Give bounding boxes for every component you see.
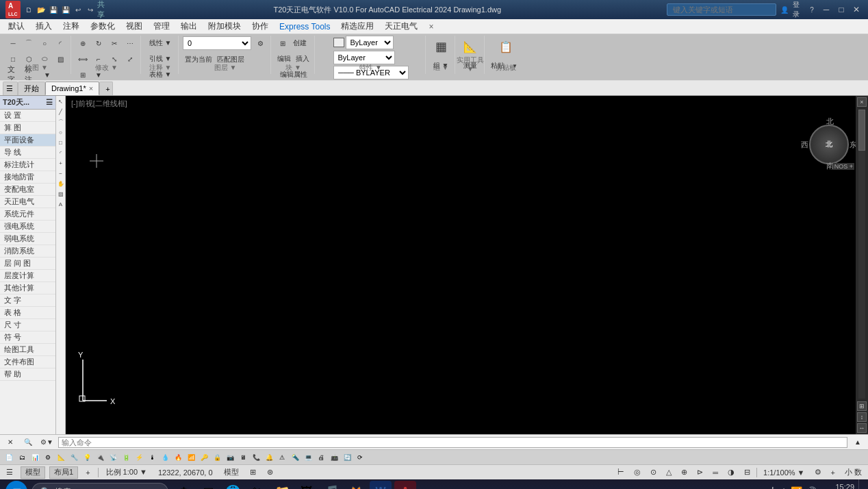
model-btn[interactable]: 模型 [21,466,45,479]
taskbar-app-widgets[interactable]: ❄ [173,481,194,489]
create-block[interactable]: 创建 [291,36,309,51]
t20-item-drawtool[interactable]: 绘图工具 [0,344,55,356]
model-space-btn[interactable]: 模型 [220,467,242,478]
show-desktop-btn[interactable] [858,479,863,489]
move-tool[interactable]: ⊕ [75,36,90,51]
vert-rectangle[interactable]: □ [56,138,65,147]
t20-item-wire[interactable]: 导 线 [0,147,55,159]
maximize-btn[interactable]: □ [835,3,847,16]
t20-item-elec[interactable]: 天正电气 [0,196,55,208]
bi-26[interactable]: 📠 [328,451,340,464]
tray-network[interactable]: 📶 [791,486,802,489]
vert-select[interactable]: ↖ [56,97,65,106]
t20-item-storey[interactable]: 层度计算 [0,270,55,282]
t20-collapse-icon[interactable]: ☰ [46,98,53,107]
bi-14[interactable]: 🔥 [172,451,184,464]
menu-close-tab[interactable]: × [423,21,439,33]
t20-item-floorplan[interactable]: 平面设备 [0,134,55,147]
title-search[interactable] [667,3,776,16]
bi-2[interactable]: 🗂 [16,451,28,464]
t20-item-grounding[interactable]: 接地防雷 [0,171,55,184]
taskbar-app-store[interactable]: 🛍 [246,481,268,489]
canvas-scroll[interactable] [858,110,865,399]
bi-15[interactable]: 📶 [185,451,197,464]
time-display[interactable]: 15:29 2024/11/9 [821,482,854,489]
tab-start[interactable]: 开始 [18,82,45,95]
cmd-search-btn[interactable]: 🔍 [21,435,36,450]
t20-item-substation[interactable]: 变配电室 [0,184,55,196]
tray-volume[interactable]: 🔊 [805,486,817,489]
canvas-area[interactable]: [-]前视[二维线框] Y X 北 北 西 东 南 NOS + [66,96,868,434]
save-icon[interactable]: 💾 [48,4,59,15]
bi-10[interactable]: 🔋 [120,451,132,464]
grid-btn[interactable]: ⊞ [246,467,259,478]
cmd-options-btn[interactable]: ⚙▼ [38,435,55,450]
bi-1[interactable]: 📄 [3,451,15,464]
ratio-btn[interactable]: 1:1/100% ▼ [760,467,808,478]
menu-express-tools[interactable]: Express Tools [274,21,335,33]
t20-item-text[interactable]: 文 字 [0,294,55,307]
redo-icon[interactable]: ↪ [85,4,96,15]
polyline-tool[interactable]: ⌒ [21,36,36,51]
help-icon[interactable]: ? [806,4,817,15]
undo-icon[interactable]: ↩ [73,4,84,15]
bi-3[interactable]: 📊 [29,451,41,464]
bylayer-select-1[interactable]: ByLayer [346,36,394,49]
vert-zoom-out[interactable]: − [56,169,65,178]
t20-item-symbol[interactable]: 符 号 [0,331,55,344]
paste-btn[interactable]: 📋 [495,36,517,58]
close-btn[interactable]: ✕ [850,3,863,16]
t20-item-syselem[interactable]: 系统元件 [0,208,55,221]
t20-item-table[interactable]: 表 格 [0,307,55,319]
bi-21[interactable]: 🔔 [263,451,275,464]
canvas-tool-1[interactable]: ⊞ [857,401,867,411]
bi-24[interactable]: 💻 [302,451,314,464]
menu-collaborate[interactable]: 协作 [246,19,274,34]
t20-item-settings[interactable]: 设 置 [0,110,55,122]
minimize-btn[interactable]: ─ [820,3,832,16]
menu-view[interactable]: 视图 [120,19,148,34]
bi-12[interactable]: 🌡 [146,451,158,464]
add-layout-btn[interactable]: + [82,467,93,478]
bi-6[interactable]: 🔧 [68,451,80,464]
group-btn[interactable]: ▦ [430,36,452,58]
vert-line[interactable]: ╱ [56,108,65,116]
t20-item-weak[interactable]: 弱电系统 [0,233,55,245]
save-as-icon[interactable]: 💾 [60,4,71,15]
vert-zoom-in[interactable]: + [56,159,65,168]
lineweight-btn[interactable]: ═ [709,467,722,478]
t20-item-dim[interactable]: 尺 寸 [0,319,55,331]
modify-more[interactable]: ⋯ [123,36,138,51]
line-tool[interactable]: ─ [5,36,21,51]
menu-default[interactable]: 默认 [3,19,30,34]
menu-annotate[interactable]: 注释 [58,19,85,34]
start-btn[interactable]: ⊞ [5,481,27,489]
otrack-btn[interactable]: ⊕ [678,467,691,478]
coords-display[interactable]: 12322, 20670, 0 [155,467,216,478]
vert-polyline[interactable]: ⌒ [56,118,65,127]
trim-tool[interactable]: ✂ [107,36,122,51]
taskbar-app-browser[interactable]: 🦊 [345,481,367,489]
user-icon[interactable]: 👤 [779,4,790,15]
menu-addons[interactable]: 附加模块 [203,19,246,34]
taskbar-app-edge[interactable]: 🌐 [222,481,244,489]
taskbar-app-photos[interactable]: 🖼 [296,481,318,489]
scale-btn[interactable]: 比例 1:00 ▼ [103,467,151,478]
bi-23[interactable]: 🔦 [289,451,301,464]
vert-circle[interactable]: ○ [56,128,65,137]
layer-settings[interactable]: ⚙ [253,36,268,51]
arc-tool[interactable]: ◜ [53,36,68,51]
taskbar-app-word[interactable]: W [370,481,392,489]
canvas-close-btn[interactable]: × [857,97,867,107]
t20-item-filelayout[interactable]: 文件布图 [0,356,55,368]
bi-18[interactable]: 📷 [224,451,236,464]
menu-tianzheng[interactable]: 天正电气 [379,19,423,34]
menu-featured[interactable]: 精选应用 [335,19,379,34]
bi-27[interactable]: 🔄 [341,451,353,464]
insert-block[interactable]: ⊞ [275,36,290,51]
taskbar-app-mail[interactable]: ✉ [197,481,219,489]
measure-btn[interactable]: 📐 [459,36,481,58]
open-icon[interactable]: 📂 [36,4,47,15]
tab-drawing1[interactable]: Drawing1* × [45,82,99,95]
bi-8[interactable]: 🔌 [94,451,106,464]
